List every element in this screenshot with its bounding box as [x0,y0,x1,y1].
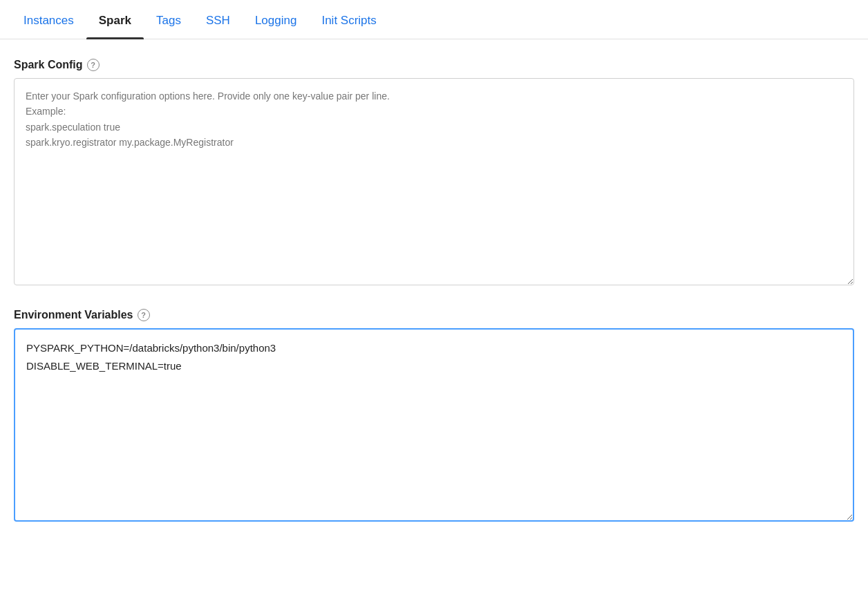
env-vars-title: Environment Variables [14,309,133,321]
env-vars-textarea[interactable]: PYSPARK_PYTHON=/databricks/python3/bin/p… [14,328,854,522]
spark-config-textarea[interactable] [14,78,854,285]
tab-ssh[interactable]: SSH [194,0,243,39]
main-content: Spark Config ? Environment Variables ? P… [0,39,868,538]
spark-config-label: Spark Config ? [14,59,854,71]
tabs-container: Instances Spark Tags SSH Logging Init Sc… [0,0,868,39]
tab-tags[interactable]: Tags [144,0,194,39]
env-vars-help-icon[interactable]: ? [138,309,150,321]
env-vars-section: Environment Variables ? PYSPARK_PYTHON=/… [14,309,854,524]
tab-logging[interactable]: Logging [243,0,310,39]
tab-init-scripts[interactable]: Init Scripts [309,0,388,39]
spark-config-section: Spark Config ? [14,59,854,288]
tab-spark[interactable]: Spark [86,0,144,39]
tab-instances[interactable]: Instances [11,0,86,39]
env-vars-label: Environment Variables ? [14,309,854,321]
spark-config-title: Spark Config [14,59,83,71]
spark-config-help-icon[interactable]: ? [87,59,100,71]
